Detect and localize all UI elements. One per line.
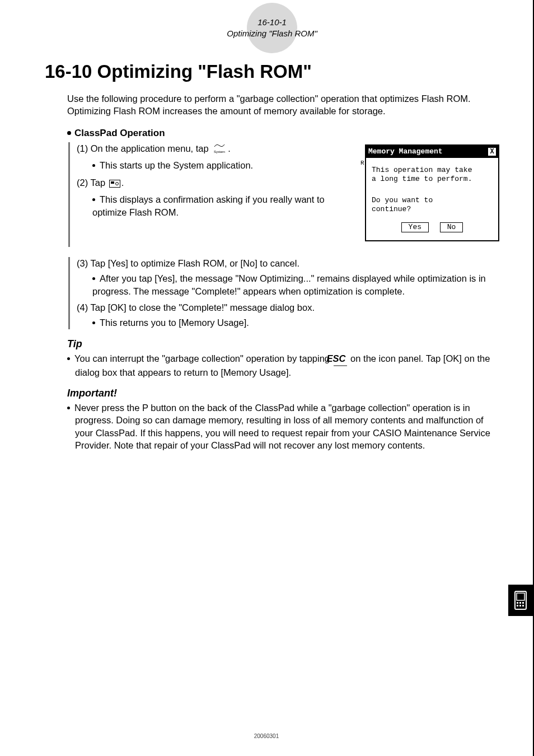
system-app-icon: System [212,143,227,157]
operation-heading-text: ClassPad Operation [74,128,165,138]
chapter-tab [508,585,533,616]
svg-rect-7 [519,602,521,604]
dialog-question: Do you want to continue? [372,196,493,214]
dialog-screenshot: R Memory Management X This operation may… [365,144,499,241]
intro-paragraph: Use the following procedure to perform a… [67,92,499,118]
tip-heading: Tip [67,338,499,350]
tip-body: You can interrupt the "garbage collectio… [75,352,499,379]
dialog-buttons: Yes No [372,222,493,235]
page-ref-subtitle: Optimizing "Flash ROM" [216,28,328,39]
dialog-line1: This operation may take [372,166,493,175]
step-3-sub-text: After you tap [Yes], the message "Now Op… [92,273,486,296]
svg-rect-11 [522,605,524,606]
step-1-sub-text: This starts up the System application. [100,160,253,170]
tip-body-a: You can interrupt the "garbage collectio… [74,353,332,363]
bullet-icon [67,407,70,409]
edge-mark-r: R [360,160,364,166]
svg-rect-8 [522,602,524,604]
yes-button[interactable]: Yes [401,222,429,232]
dialog-question-line1: Do you want to [372,196,493,205]
bullet-icon [67,131,71,135]
step-3: (3) Tap [Yes] to optimize Flash ROM, or … [77,257,499,270]
svg-rect-2 [111,181,114,184]
svg-rect-9 [517,605,518,606]
svg-rect-10 [519,605,521,606]
step-2-text: (2) Tap [77,178,108,188]
svg-rect-6 [517,602,518,604]
dialog-body: This operation may take a long time to p… [366,158,498,240]
step-4: (4) Tap [OK] to close the "Complete!" me… [77,301,499,314]
footer-date: 20060301 [0,733,533,739]
bullet-icon [92,277,95,280]
bullet-icon [92,198,95,201]
step-2-sub-text: This displays a confirmation asking if y… [92,194,325,217]
svg-rect-5 [517,593,524,600]
operation-heading: ClassPad Operation [67,128,499,139]
section-title: 16-10 Optimizing "Flash ROM" [45,61,499,82]
step-1-text: (1) On the application menu, tap [77,143,211,153]
page-header-badge: 16-10-1 Optimizing "Flash ROM" [216,17,328,39]
steps-block-2: (3) Tap [Yes] to optimize Flash ROM, or … [68,257,499,329]
manual-page: 16-10-1 Optimizing "Flash ROM" 16-10 Opt… [0,0,534,756]
step-4-sub: This returns you to [Memory Usage]. [92,316,499,329]
important-heading: Important! [67,388,499,399]
important-body: Never press the P button on the back of … [75,402,499,451]
step-3-sub: After you tap [Yes], the message "Now Op… [92,272,499,298]
important-body-text: Never press the P button on the back of … [74,403,490,450]
step-2-after: . [121,178,124,188]
dialog-titlebar: Memory Management X [366,146,498,158]
esc-key-icon: ESC [334,352,347,366]
bullet-icon [92,164,95,167]
memory-management-dialog: R Memory Management X This operation may… [365,144,499,241]
bullet-icon [67,357,70,360]
step-2-sub: This displays a confirmation asking if y… [92,193,333,219]
dialog-title-text: Memory Management [368,147,443,157]
system-icon-label: System [214,150,225,153]
no-button[interactable]: No [440,222,463,232]
optimize-toolbar-icon [109,178,120,191]
steps-block-1: R Memory Management X This operation may… [68,142,499,247]
page-ref-number: 16-10-1 [216,17,328,28]
step-1-after: . [228,143,231,153]
dialog-line2: a long time to perform. [372,175,493,184]
close-icon[interactable]: X [488,148,496,156]
calculator-icon [513,590,528,610]
step-4-sub-text: This returns you to [Memory Usage]. [100,318,249,328]
bullet-icon [92,321,95,324]
dialog-question-line2: continue? [372,205,493,214]
